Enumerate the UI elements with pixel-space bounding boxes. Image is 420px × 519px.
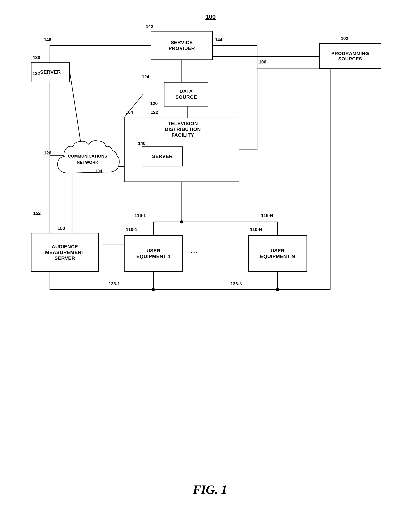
svg-point-27 (152, 288, 155, 291)
ref-136-1: 136-1 (109, 281, 120, 287)
svg-text:NETWORK: NETWORK (77, 160, 98, 165)
ellipsis-label: ··· (191, 249, 198, 256)
ref-106: 106 (259, 60, 266, 65)
ref-110-n: 110-N (250, 227, 262, 232)
ref-142: 142 (146, 24, 153, 29)
programming-sources-box: PROGRAMMINGSOURCES (319, 43, 381, 69)
ref-134: 134 (95, 169, 102, 174)
ref-124: 124 (142, 74, 149, 79)
user-equipment-1-box: USEREQUIPMENT 1 (124, 235, 183, 272)
data-source-box: DATASOURCE (164, 82, 208, 107)
svg-point-26 (180, 220, 183, 224)
ref-132: 132 (33, 71, 40, 76)
service-provider-box: SERVICEPROVIDER (151, 31, 213, 60)
audience-measurement-box: AUDIENCEMEASUREMENTSERVER (31, 233, 99, 272)
diagram-svg (13, 9, 408, 430)
ref-120: 120 (150, 101, 158, 106)
ref-144: 144 (215, 37, 222, 42)
ref-140: 140 (138, 141, 145, 146)
ref-102: 102 (341, 36, 348, 41)
ref-146: 146 (44, 37, 51, 42)
ref-136-n: 136-N (231, 281, 242, 287)
ref-130: 130 (33, 55, 40, 60)
svg-point-28 (276, 288, 279, 291)
figure-label: FIG. 1 (193, 483, 227, 497)
tv-server-box: SERVER (142, 147, 183, 166)
ref-152: 152 (33, 211, 41, 216)
user-equipment-n-box: USEREQUIPMENT N (248, 235, 307, 272)
svg-text:COMMUNICATIONS: COMMUNICATIONS (68, 154, 107, 158)
ref-122: 122 (151, 110, 158, 115)
ref-110-1: 110-1 (126, 227, 137, 232)
ref-150: 150 (58, 226, 65, 231)
diagram-container: 100 (13, 9, 408, 430)
ref-104: 104 (126, 110, 133, 115)
communications-network-cloud: COMMUNICATIONS NETWORK (51, 135, 124, 182)
diagram-title: 100 (205, 13, 216, 20)
ref-126: 126 (44, 150, 51, 155)
ref-116-1: 116-1 (135, 213, 146, 218)
ref-116-n: 116-N (261, 213, 273, 218)
